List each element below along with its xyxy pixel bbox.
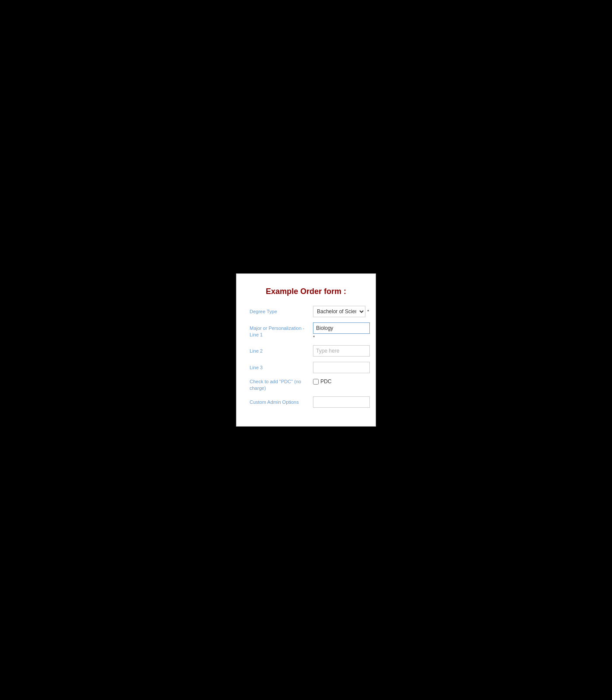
pdc-label: Check to add "PDC" (no charge)	[250, 378, 313, 391]
pdc-text: PDC	[320, 378, 331, 385]
line3-input[interactable]	[313, 362, 370, 373]
line1-required-star: *	[313, 335, 370, 340]
custom-admin-row: Custom Admin Options	[250, 396, 362, 408]
custom-admin-label: Custom Admin Options	[250, 396, 313, 405]
degree-required-star: *	[367, 309, 369, 314]
line1-input[interactable]	[313, 322, 370, 334]
line1-field-wrapper: *	[313, 322, 370, 340]
line2-label: Line 2	[250, 345, 313, 354]
line1-row: Major or Personalization - Line 1 *	[250, 322, 362, 340]
line3-field-wrapper	[313, 362, 370, 373]
line1-label: Major or Personalization - Line 1	[250, 322, 313, 338]
pdc-row: Check to add "PDC" (no charge) PDC	[250, 378, 362, 391]
line3-row: Line 3	[250, 362, 362, 373]
form-title: Example Order form :	[250, 287, 362, 296]
degree-type-select[interactable]: Bachelor of Science Master of Science Ba…	[313, 306, 365, 317]
degree-select-wrapper: Bachelor of Science Master of Science Ba…	[313, 306, 369, 317]
line2-input[interactable]	[313, 345, 370, 357]
line2-row: Line 2	[250, 345, 362, 357]
order-form: Example Order form : Degree Type Bachelo…	[236, 273, 376, 427]
custom-admin-field-wrapper	[313, 396, 370, 408]
custom-admin-input[interactable]	[313, 396, 370, 408]
degree-type-field: Bachelor of Science Master of Science Ba…	[313, 306, 369, 317]
pdc-checkbox[interactable]	[313, 379, 319, 385]
degree-type-label: Degree Type	[250, 306, 313, 315]
line3-label: Line 3	[250, 362, 313, 371]
line2-field-wrapper	[313, 345, 370, 357]
degree-type-row: Degree Type Bachelor of Science Master o…	[250, 306, 362, 317]
pdc-wrapper: PDC	[313, 378, 331, 385]
